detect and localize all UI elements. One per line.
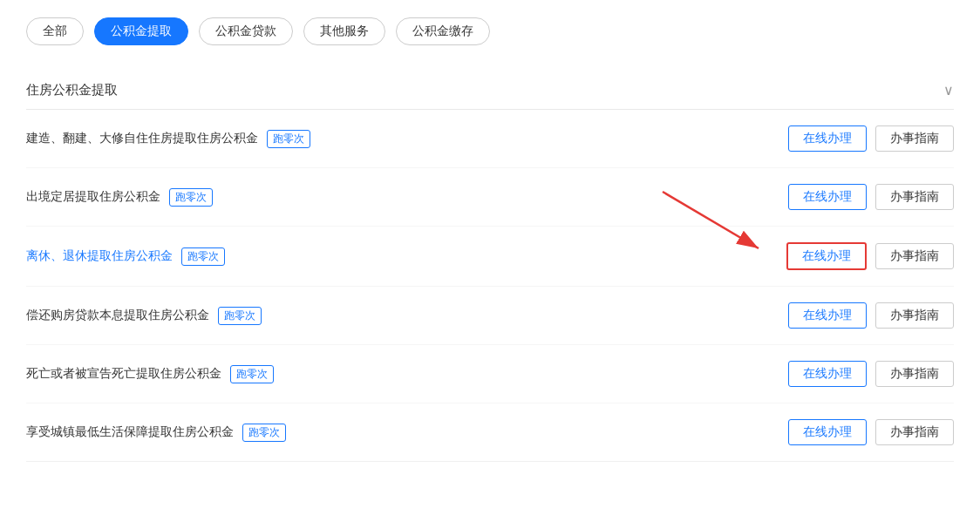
service-name: 享受城镇最低生活保障提取住房公积金 (26, 424, 234, 440)
service-name: 建造、翻建、大修自住住房提取住房公积金 (26, 131, 258, 146)
section-header: 住房公积金提取 ∨ (26, 71, 954, 110)
service-actions: 在线办理 办事指南 (788, 419, 954, 445)
service-actions: 在线办理 办事指南 (788, 184, 954, 210)
service-left: 死亡或者被宣告死亡提取住房公积金 跑零次 (26, 365, 788, 383)
service-tag: 跑零次 (218, 307, 262, 325)
service-row: 享受城镇最低生活保障提取住房公积金 跑零次 在线办理 办事指南 (26, 403, 954, 461)
service-row: 出境定居提取住房公积金 跑零次 在线办理 办事指南 (26, 168, 954, 227)
btn-guide[interactable]: 办事指南 (875, 302, 954, 329)
filter-tab-deposit[interactable]: 公积金缴存 (396, 17, 490, 45)
filter-tab-all[interactable]: 全部 (26, 17, 84, 45)
filter-bar: 全部 公积金提取 公积金贷款 其他服务 公积金缴存 (26, 17, 954, 45)
service-tag: 跑零次 (230, 365, 274, 383)
service-actions: 在线办理 办事指南 (788, 125, 954, 152)
service-name-link[interactable]: 离休、退休提取住房公积金 (26, 248, 173, 264)
service-tag: 跑零次 (267, 130, 310, 148)
section-title: 住房公积金提取 (26, 82, 118, 98)
page-wrapper: 全部 公积金提取 公积金贷款 其他服务 公积金缴存 住房公积金提取 ∨ 建造、翻… (0, 0, 980, 522)
service-list: 建造、翻建、大修自住住房提取住房公积金 跑零次 在线办理 办事指南 出境定居提取… (26, 110, 954, 462)
service-actions: 在线办理 办事指南 (786, 242, 954, 270)
filter-tab-loan[interactable]: 公积金贷款 (199, 17, 293, 45)
filter-tab-other[interactable]: 其他服务 (303, 17, 385, 45)
filter-tab-withdrawal[interactable]: 公积金提取 (94, 17, 188, 45)
btn-online[interactable]: 在线办理 (788, 419, 867, 445)
service-left: 离休、退休提取住房公积金 跑零次 (26, 247, 786, 266)
service-left: 出境定居提取住房公积金 跑零次 (26, 188, 788, 207)
main-container: 全部 公积金提取 公积金贷款 其他服务 公积金缴存 住房公积金提取 ∨ 建造、翻… (0, 0, 980, 522)
btn-online-highlighted[interactable]: 在线办理 (786, 242, 867, 270)
btn-guide[interactable]: 办事指南 (875, 361, 954, 387)
service-row: 偿还购房贷款本息提取住房公积金 跑零次 在线办理 办事指南 (26, 287, 954, 345)
service-name: 死亡或者被宣告死亡提取住房公积金 (26, 366, 221, 382)
service-tag: 跑零次 (169, 188, 213, 207)
service-left: 偿还购房贷款本息提取住房公积金 跑零次 (26, 307, 788, 325)
service-left: 享受城镇最低生活保障提取住房公积金 跑零次 (26, 424, 788, 442)
btn-guide[interactable]: 办事指南 (875, 243, 954, 269)
service-row: 建造、翻建、大修自住住房提取住房公积金 跑零次 在线办理 办事指南 (26, 110, 954, 168)
service-name: 出境定居提取住房公积金 (26, 189, 160, 205)
service-left: 建造、翻建、大修自住住房提取住房公积金 跑零次 (26, 130, 788, 148)
service-actions: 在线办理 办事指南 (788, 302, 954, 329)
service-name: 偿还购房贷款本息提取住房公积金 (26, 308, 209, 323)
btn-online[interactable]: 在线办理 (788, 125, 867, 152)
chevron-down-icon[interactable]: ∨ (943, 82, 954, 98)
btn-online[interactable]: 在线办理 (788, 302, 867, 329)
btn-online[interactable]: 在线办理 (788, 361, 867, 387)
service-actions: 在线办理 办事指南 (788, 361, 954, 387)
btn-online[interactable]: 在线办理 (788, 184, 867, 210)
service-row: 死亡或者被宣告死亡提取住房公积金 跑零次 在线办理 办事指南 (26, 345, 954, 403)
service-tag: 跑零次 (242, 424, 286, 442)
service-tag: 跑零次 (181, 247, 225, 266)
btn-guide[interactable]: 办事指南 (875, 419, 954, 445)
btn-guide[interactable]: 办事指南 (875, 125, 954, 152)
btn-guide[interactable]: 办事指南 (875, 184, 954, 210)
service-row-highlighted: 离休、退休提取住房公积金 跑零次 在线办理 办事指南 (26, 227, 954, 287)
